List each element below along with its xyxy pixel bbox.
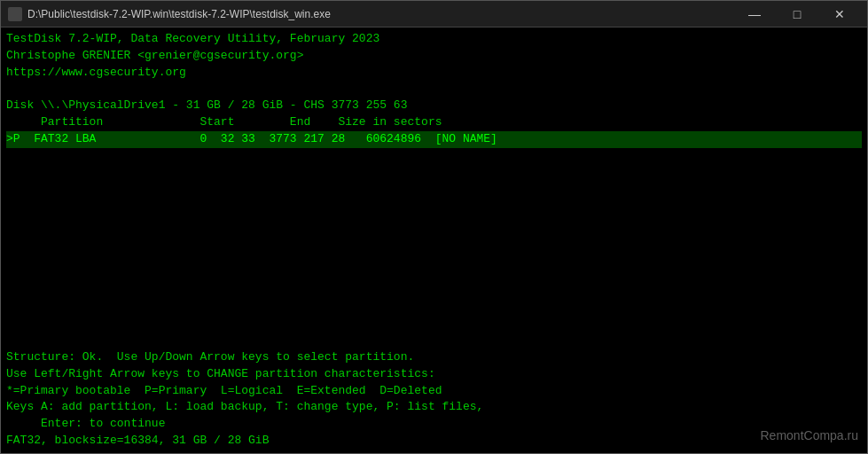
window-controls: — □ ✕ <box>734 1 860 27</box>
app-title-line: TestDisk 7.2-WIP, Data Recovery Utility,… <box>6 31 862 48</box>
status-line-2: Use Left/Right Arrow keys to CHANGE part… <box>6 366 862 383</box>
partition-row-selected[interactable]: >P FAT32 LBA 0 32 33 3773 217 28 6062489… <box>6 131 862 148</box>
title-bar: D:\Public\testdisk-7.2-WIP.win\testdisk-… <box>1 1 867 27</box>
website-line: https://www.cgsecurity.org <box>6 65 862 82</box>
window-icon <box>8 7 22 21</box>
status-line-3: *=Primary bootable P=Primary L=Logical E… <box>6 383 862 400</box>
blank-line-1 <box>6 82 862 98</box>
main-window: D:\Public\testdisk-7.2-WIP.win\testdisk-… <box>0 0 868 454</box>
close-button[interactable]: ✕ <box>819 1 860 27</box>
status-line-1: Structure: Ok. Use Up/Down Arrow keys to… <box>6 349 862 366</box>
status-line-6: FAT32, blocksize=16384, 31 GB / 28 GiB <box>6 433 862 450</box>
author-line: Christophe GRENIER <grenier@cgsecurity.o… <box>6 48 862 65</box>
minimize-button[interactable]: — <box>734 1 775 27</box>
disk-info-line: Disk \\.\PhysicalDrive1 - 31 GB / 28 GiB… <box>6 98 862 114</box>
partition-entry: >P FAT32 LBA 0 32 33 3773 217 28 6062489… <box>6 132 497 145</box>
watermark: RemontCompa.ru <box>761 427 859 444</box>
terminal-area: TestDisk 7.2-WIP, Data Recovery Utility,… <box>1 27 867 453</box>
status-section: Structure: Ok. Use Up/Down Arrow keys to… <box>1 346 867 453</box>
maximize-button[interactable]: □ <box>777 1 817 27</box>
column-header-line: Partition Start End Size in sectors <box>6 114 862 131</box>
title-bar-text: D:\Public\testdisk-7.2-WIP.win\testdisk-… <box>27 8 734 20</box>
status-line-5: Enter: to continue <box>6 416 862 433</box>
status-line-4: Keys A: add partition, L: load backup, T… <box>6 399 862 416</box>
